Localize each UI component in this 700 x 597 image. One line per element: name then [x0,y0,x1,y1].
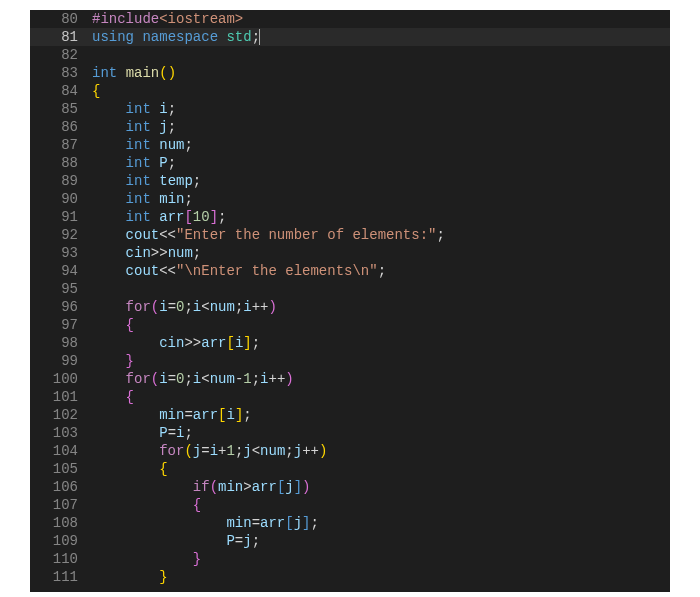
code-token: [ [226,335,234,351]
code-line[interactable]: 89 int temp; [30,172,670,190]
code-content[interactable]: cout<<"Enter the number of elements:"; [92,226,670,244]
code-token [92,245,126,261]
code-content[interactable]: cout<<"\nEnter the elements\n"; [92,262,670,280]
code-token: ; [168,101,176,117]
line-number: 103 [30,424,92,442]
code-line[interactable]: 101 { [30,388,670,406]
code-line[interactable]: 103 P=i; [30,424,670,442]
code-line[interactable]: 102 min=arr[i]; [30,406,670,424]
code-token [92,551,193,567]
code-token: ) [269,299,277,315]
code-content[interactable]: using namespace std; [92,28,670,46]
line-number: 90 [30,190,92,208]
code-content[interactable]: if(min>arr[j]) [92,478,670,496]
code-token: ( [184,443,192,459]
code-line[interactable]: 85 int i; [30,100,670,118]
code-token: cin [126,245,151,261]
code-token: j [243,533,251,549]
code-line[interactable]: 81using namespace std; [30,28,670,46]
line-number: 94 [30,262,92,280]
code-content[interactable]: { [92,496,670,514]
code-content[interactable]: int j; [92,118,670,136]
code-content[interactable]: min=arr[j]; [92,514,670,532]
code-content[interactable]: int main() [92,64,670,82]
code-line[interactable]: 91 int arr[10]; [30,208,670,226]
code-token: >> [151,245,168,261]
code-token: i [159,101,167,117]
code-line[interactable]: 84{ [30,82,670,100]
code-content[interactable]: cin>>num; [92,244,670,262]
code-content[interactable]: int P; [92,154,670,172]
code-line[interactable]: 88 int P; [30,154,670,172]
code-token: num [260,443,285,459]
line-number: 98 [30,334,92,352]
code-line[interactable]: 106 if(min>arr[j]) [30,478,670,496]
code-line[interactable]: 93 cin>>num; [30,244,670,262]
code-line[interactable]: 104 for(j=i+1;j<num;j++) [30,442,670,460]
code-content[interactable]: } [92,352,670,370]
line-number: 89 [30,172,92,190]
code-token: j [159,119,167,135]
code-token: 1 [226,443,234,459]
code-content[interactable]: int arr[10]; [92,208,670,226]
code-line[interactable]: 109 P=j; [30,532,670,550]
code-token: i [210,443,218,459]
line-number: 111 [30,568,92,586]
code-token: ) [302,479,310,495]
code-content[interactable]: for(j=i+1;j<num;j++) [92,442,670,460]
code-token: ; [184,425,192,441]
code-content[interactable]: int min; [92,190,670,208]
code-line[interactable]: 92 cout<<"Enter the number of elements:"… [30,226,670,244]
code-content[interactable]: } [92,568,670,586]
code-content[interactable]: cin>>arr[i]; [92,334,670,352]
code-line[interactable]: 96 for(i=0;i<num;i++) [30,298,670,316]
code-content[interactable]: P=j; [92,532,670,550]
code-token: for [126,299,151,315]
code-line[interactable]: 86 int j; [30,118,670,136]
code-content[interactable]: { [92,388,670,406]
code-content[interactable]: { [92,82,670,100]
code-line[interactable]: 108 min=arr[j]; [30,514,670,532]
code-line[interactable]: 95 [30,280,670,298]
code-content[interactable]: int num; [92,136,670,154]
code-line[interactable]: 107 { [30,496,670,514]
code-editor[interactable]: 80#include<iostream>81using namespace st… [30,10,670,592]
code-content[interactable]: int i; [92,100,670,118]
code-line[interactable]: 83int main() [30,64,670,82]
code-token [92,299,126,315]
code-line[interactable]: 97 { [30,316,670,334]
code-content[interactable]: P=i; [92,424,670,442]
code-line[interactable]: 99 } [30,352,670,370]
code-token [92,101,126,117]
code-line[interactable]: 105 { [30,460,670,478]
code-line[interactable]: 98 cin>>arr[i]; [30,334,670,352]
code-line[interactable]: 80#include<iostream> [30,10,670,28]
code-token: >> [184,335,201,351]
code-token: } [193,551,201,567]
line-number: 110 [30,550,92,568]
code-content[interactable]: min=arr[i]; [92,406,670,424]
code-token: int [126,101,151,117]
code-line[interactable]: 110 } [30,550,670,568]
text-cursor [259,29,260,45]
code-token: ; [378,263,386,279]
code-token: int [126,155,151,171]
code-line[interactable]: 111 } [30,568,670,586]
code-token: arr [260,515,285,531]
code-content[interactable]: } [92,550,670,568]
code-token: num [168,245,193,261]
code-line[interactable]: 87 int num; [30,136,670,154]
code-content[interactable]: { [92,316,670,334]
code-line[interactable]: 94 cout<<"\nEnter the elements\n"; [30,262,670,280]
code-line[interactable]: 82 [30,46,670,64]
code-content[interactable]: for(i=0;i<num;i++) [92,298,670,316]
code-content[interactable]: int temp; [92,172,670,190]
code-content[interactable]: { [92,460,670,478]
code-content[interactable]: for(i=0;i<num-1;i++) [92,370,670,388]
code-content[interactable]: #include<iostream> [92,10,670,28]
code-token: [ [285,515,293,531]
code-line[interactable]: 100 for(i=0;i<num-1;i++) [30,370,670,388]
code-token: < [201,299,209,315]
code-token [92,371,126,387]
code-line[interactable]: 90 int min; [30,190,670,208]
